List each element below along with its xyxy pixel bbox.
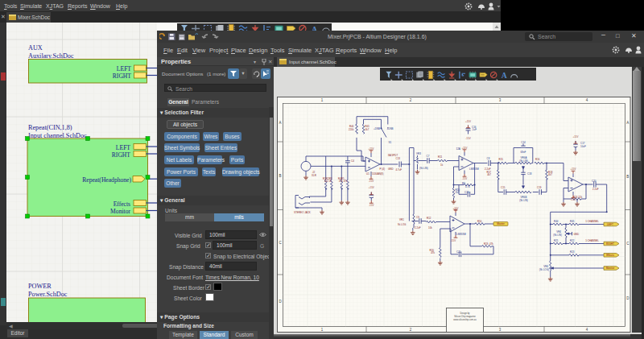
- svg-text:+DNB: +DNB: [374, 127, 380, 130]
- svg-text:www.siliconchip.com.au: www.siliconchip.com.au: [453, 318, 477, 321]
- svg-text:-15V: -15V: [369, 180, 374, 183]
- svg-text:4k7: 4k7: [487, 173, 491, 176]
- svg-text:5534AN(8): 5534AN(8): [372, 172, 384, 176]
- svg-text:RIGHT: RIGHT: [113, 72, 132, 80]
- svg-text:LEFT: LEFT: [607, 223, 613, 226]
- svg-text:A: A: [626, 121, 629, 125]
- svg-text:68nF: 68nF: [521, 151, 526, 154]
- svg-text:P (4): P (4): [380, 167, 385, 171]
- svg-text:10uF: 10uF: [580, 145, 586, 148]
- svg-text:220k: 220k: [349, 128, 354, 131]
- svg-text:GND: GND: [388, 167, 394, 171]
- svg-text:+15V: +15V: [452, 207, 458, 210]
- svg-text:(9k LIN): (9k LIN): [519, 199, 528, 202]
- svg-text:-15V: -15V: [369, 204, 374, 207]
- svg-text:XLR: XLR: [312, 174, 317, 177]
- svg-text:-15V: -15V: [451, 239, 456, 242]
- svg-text:R19: R19: [484, 242, 489, 246]
- svg-text:1k: 1k: [440, 163, 444, 167]
- svg-text:+15V: +15V: [572, 135, 578, 138]
- svg-text:+15V: +15V: [461, 147, 467, 150]
- svg-text:12A: 12A: [456, 147, 460, 151]
- svg-text:R12: R12: [427, 217, 431, 220]
- svg-text:47k: 47k: [489, 242, 493, 246]
- svg-text:AUX: AUX: [28, 44, 43, 52]
- svg-text:2.2uF: 2.2uF: [592, 188, 599, 191]
- svg-text:C23: C23: [464, 191, 469, 194]
- svg-text:A: A: [279, 121, 281, 125]
- svg-text:VR1: VR1: [399, 218, 404, 221]
- svg-text:Monitor: Monitor: [606, 267, 616, 270]
- svg-text:GND: GND: [574, 233, 580, 236]
- svg-text:C4: C4: [351, 159, 354, 163]
- svg-text:4.7k: 4.7k: [465, 185, 470, 188]
- svg-text:C13: C13: [396, 157, 401, 160]
- svg-text:+15V: +15V: [570, 167, 576, 171]
- svg-text:Repeat(CIN,1,8): Repeat(CIN,1,8): [28, 124, 72, 131]
- svg-text:C15: C15: [501, 186, 506, 189]
- svg-text:R44: R44: [554, 220, 559, 223]
- svg-text:STEREO JACK: STEREO JACK: [294, 211, 311, 214]
- svg-text:+15V: +15V: [368, 147, 374, 151]
- svg-text:LM833M: LM833M: [456, 233, 466, 236]
- svg-text:C20: C20: [592, 180, 597, 183]
- svg-text:1:CHANNEL: 1:CHANNEL: [585, 220, 599, 223]
- svg-text:R15: R15: [499, 158, 504, 161]
- svg-text:2k7: 2k7: [456, 191, 460, 194]
- svg-text:(9k LIN): (9k LIN): [519, 159, 528, 163]
- svg-text:1:CHANNEL: 1:CHANNEL: [585, 239, 599, 242]
- svg-text:A: A: [502, 71, 507, 80]
- svg-text:(9k LIN): (9k LIN): [553, 234, 562, 237]
- svg-text:4.7uF: 4.7uF: [396, 168, 402, 172]
- svg-text:C19: C19: [537, 186, 542, 189]
- svg-text:2k2 2k: 2k2 2k: [324, 180, 332, 183]
- svg-text:VR3: VR3: [416, 152, 421, 155]
- svg-text:R45: R45: [570, 220, 575, 223]
- svg-text:R21: R21: [554, 239, 559, 242]
- svg-text:R11: R11: [438, 155, 443, 159]
- svg-text:LEFT: LEFT: [116, 144, 131, 151]
- svg-text:Repeat(Headphone): Repeat(Headphone): [82, 176, 131, 184]
- svg-text:R9: R9: [462, 182, 465, 185]
- svg-text:(9k LIN): (9k LIN): [419, 167, 428, 170]
- svg-text:C21: C21: [456, 250, 461, 254]
- svg-text:RIGHT: RIGHT: [112, 151, 131, 159]
- svg-text:RIGHT: RIGHT: [606, 242, 614, 246]
- svg-text:C8: C8: [487, 157, 490, 160]
- svg-text:C7: C7: [427, 155, 430, 158]
- svg-text:47k 47k: 47k 47k: [339, 180, 348, 183]
- svg-text:R16: R16: [535, 158, 540, 161]
- svg-text:POWER: POWER: [28, 283, 52, 290]
- svg-text:Monitor: Monitor: [110, 208, 130, 215]
- svg-text:C18: C18: [527, 172, 532, 176]
- svg-text:(9k LOG): (9k LOG): [539, 268, 549, 271]
- svg-text:B: B: [279, 174, 281, 178]
- svg-text:+15V: +15V: [369, 186, 374, 189]
- svg-text:Design by: Design by: [460, 312, 471, 315]
- svg-text:B: B: [626, 175, 629, 179]
- svg-text:9k LOG: 9k LOG: [398, 223, 407, 226]
- svg-text:Effects: Effects: [606, 254, 614, 257]
- svg-text:Auxilary.SchDoc: Auxilary.SchDoc: [28, 52, 74, 60]
- svg-text:Master: Master: [497, 222, 506, 225]
- svg-text:R23: R23: [570, 250, 575, 254]
- svg-text:Effects: Effects: [114, 201, 130, 208]
- svg-text:R50: R50: [477, 220, 482, 223]
- svg-text:C9: C9: [416, 216, 419, 219]
- svg-text:4k7: 4k7: [365, 128, 369, 131]
- svg-text:10k: 10k: [428, 226, 432, 229]
- svg-text:-15V: -15V: [571, 198, 576, 201]
- svg-text:+DNB: +DNB: [387, 127, 394, 130]
- svg-text:2.2uF: 2.2uF: [415, 226, 421, 229]
- svg-text:Silicon Chip magazine: Silicon Chip magazine: [454, 315, 476, 318]
- svg-text:47k: 47k: [431, 251, 435, 254]
- svg-text:-15V: -15V: [462, 177, 467, 180]
- svg-text:Power.SchDoc: Power.SchDoc: [28, 291, 68, 298]
- svg-text:U1: U1: [366, 172, 369, 176]
- svg-text:R22: R22: [570, 239, 575, 242]
- svg-text:C14: C14: [521, 141, 526, 144]
- svg-text:LEFT: LEFT: [117, 65, 132, 72]
- svg-text:.1uF: .1uF: [472, 128, 477, 131]
- svg-text:S1: S1: [389, 141, 392, 144]
- svg-text:-15V: -15V: [465, 137, 470, 140]
